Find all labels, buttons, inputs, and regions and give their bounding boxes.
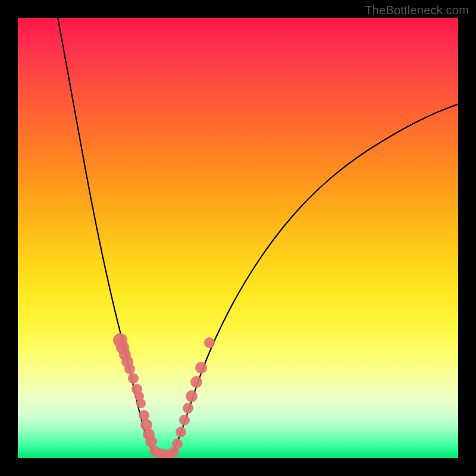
curve-overlay — [18, 18, 458, 458]
data-bead — [124, 364, 135, 374]
data-bead — [136, 399, 146, 408]
data-bead — [179, 415, 190, 425]
plot-area — [18, 18, 458, 458]
data-bead — [186, 390, 198, 402]
data-bead — [176, 427, 186, 437]
data-bead — [183, 403, 193, 414]
data-bead — [195, 362, 207, 374]
data-bead — [145, 436, 157, 447]
watermark-text: TheBottleneck.com — [365, 4, 469, 17]
v-curve-right — [171, 104, 458, 455]
data-beads-group — [113, 333, 215, 458]
data-bead — [204, 337, 215, 348]
data-bead — [172, 439, 183, 449]
data-bead — [190, 376, 202, 388]
data-bead — [128, 373, 139, 384]
